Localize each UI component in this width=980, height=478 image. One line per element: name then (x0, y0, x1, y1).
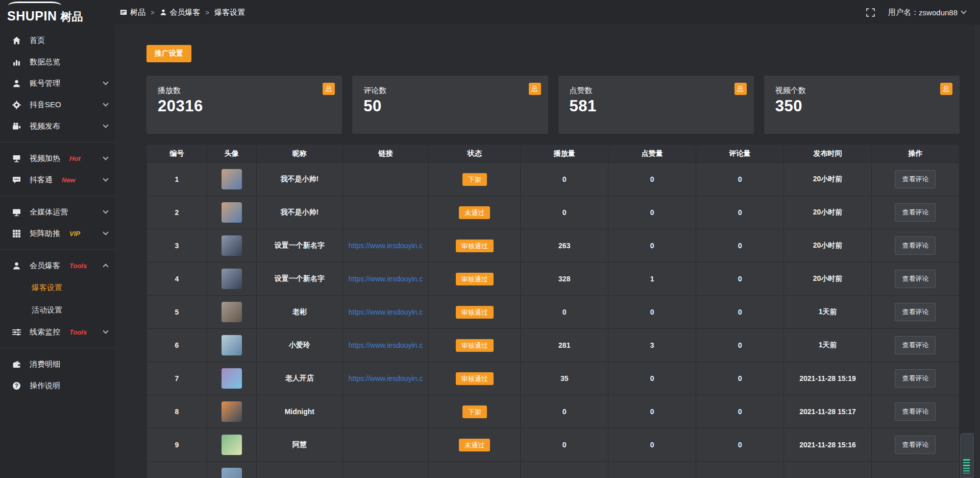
cell-likes: 0 (608, 163, 696, 196)
video-link[interactable]: https://www.iesdouyin.c (346, 242, 426, 250)
stat-card-videos: 视频个数 350 总 (764, 76, 960, 134)
cell-avatar (207, 262, 256, 296)
view-comments-button[interactable]: 查看评论 (895, 436, 936, 454)
scrollbar[interactable] (974, 25, 980, 478)
chevron-down-icon (103, 79, 108, 85)
video-link[interactable]: https://www.iesdouyin.c (346, 308, 426, 316)
view-comments-button[interactable]: 查看评论 (895, 270, 936, 288)
chevron-down-icon (103, 101, 108, 106)
cell-link: https://www.iesdouyin.c (342, 262, 429, 296)
cell-nickname: 阿慧 (256, 428, 342, 462)
widget-stripes-icon (963, 459, 970, 473)
stat-value: 581 (570, 97, 744, 115)
stat-value: 350 (775, 97, 949, 115)
sidebar-item-数据总览[interactable]: 数据总览 (0, 51, 115, 73)
cell-id: 5 (147, 296, 207, 329)
column-header: 状态 (429, 145, 521, 163)
sidebar-item-操作说明[interactable]: ?操作说明 (0, 375, 115, 396)
table-row: 4设置一个新名字https://www.iesdouyin.c审核通过32810… (147, 262, 960, 296)
cell-avatar (207, 329, 256, 362)
cell-status: 审核通过 (429, 329, 521, 362)
chevron-down-icon (103, 328, 108, 333)
view-comments-button[interactable]: 查看评论 (895, 303, 936, 321)
sidebar-item-消费明细[interactable]: 消费明细 (0, 353, 115, 375)
column-header: 发布时间 (784, 145, 872, 163)
breadcrumb-item[interactable]: 树品 (120, 8, 145, 17)
cell-nickname: 设置一个新名字 (256, 229, 342, 262)
floating-widget[interactable] (960, 433, 974, 478)
sidebar-item-全媒体运营[interactable]: 全媒体运营 (0, 201, 115, 223)
status-badge: 未通过 (459, 439, 490, 451)
sidebar-item-label: 矩阵助推 (30, 229, 60, 238)
svg-text:?: ? (15, 383, 18, 389)
video-icon (12, 122, 22, 131)
cell-nickname: 老人开店 (256, 362, 342, 395)
cell-id: 1 (147, 163, 207, 196)
video-link[interactable]: https://www.iesdouyin.c (346, 374, 426, 383)
sidebar-item-会员爆客[interactable]: 会员爆客Tools (0, 255, 115, 276)
sidebar-item-label: 消费明细 (30, 360, 60, 369)
cell-action: 查看评论 (871, 229, 959, 262)
monitor-icon (12, 208, 22, 217)
status-badge: 审核通过 (456, 273, 494, 285)
cell-id (147, 462, 207, 478)
sidebar-menu: 首页数据总览账号管理抖音SEO视频发布视频加热Hot抖客通New全媒体运营矩阵助… (0, 25, 115, 396)
sidebar-item-badge: Hot (69, 155, 81, 162)
sidebar-item-抖客通[interactable]: 抖客通New (0, 169, 115, 190)
dashboard-icon (120, 9, 127, 16)
chevron-down-icon (103, 154, 108, 160)
view-comments-button[interactable]: 查看评论 (895, 402, 936, 421)
divider (0, 196, 115, 196)
view-comments-button[interactable]: 查看评论 (895, 170, 936, 188)
cell-plays (521, 462, 608, 478)
view-comments-button[interactable]: 查看评论 (895, 203, 936, 222)
sidebar-subitem-爆客设置[interactable]: 爆客设置 (0, 276, 115, 299)
cell-action: 查看评论 (871, 362, 959, 395)
main-content: 推广设置 播放数 20316 总 评论数 50 总 点赞数 581 总 视频个数… (115, 25, 980, 478)
cell-comments: 0 (696, 395, 784, 428)
sidebar-item-线索监控[interactable]: 线索监控Tools (0, 321, 115, 343)
sidebar-item-矩阵助推[interactable]: 矩阵助推VIP (0, 223, 115, 244)
chevron-up-icon (103, 264, 108, 269)
column-header: 播放量 (521, 145, 608, 163)
username-label: 用户名： (888, 8, 919, 17)
cell-likes: 0 (608, 362, 696, 395)
data-table: 编号头像昵称链接状态播放量点赞量评论量发布时间操作 1我不是小帅!下架00020… (146, 144, 960, 478)
cell-id: 8 (147, 395, 207, 428)
cell-avatar (207, 462, 256, 478)
user-menu[interactable]: 用户名： zswodun88 (888, 8, 966, 17)
table-row: 3设置一个新名字https://www.iesdouyin.c审核通过26300… (147, 229, 960, 262)
fullscreen-icon[interactable] (866, 8, 875, 17)
promo-settings-button[interactable]: 推广设置 (146, 45, 191, 62)
total-badge: 总 (529, 83, 541, 95)
app-logo[interactable]: SHUPIN 树品 (0, 0, 115, 25)
cell-time: 2021-11-28 15:16 (784, 428, 872, 462)
sidebar-subitem-活动设置[interactable]: 活动设置 (0, 299, 115, 321)
view-comments-button[interactable]: 查看评论 (895, 336, 936, 354)
sidebar-item-账号管理[interactable]: 账号管理 (0, 73, 115, 94)
cell-action: 查看评论 (871, 428, 959, 462)
cell-nickname: 我不是小帅! (256, 196, 342, 229)
video-link[interactable]: https://www.iesdouyin.c (346, 341, 426, 349)
sidebar-item-首页[interactable]: 首页 (0, 30, 115, 51)
cell-comments: 0 (696, 262, 784, 296)
sidebar-item-抖音SEO[interactable]: 抖音SEO (0, 94, 115, 115)
avatar (222, 435, 242, 455)
table-row: 5老彬https://www.iesdouyin.c审核通过0001天前查看评论 (147, 296, 960, 329)
breadcrumb-label: 树品 (130, 8, 145, 17)
view-comments-button[interactable]: 查看评论 (895, 369, 936, 388)
cell-nickname: Midnight (256, 395, 342, 428)
cell-action (871, 462, 959, 478)
sidebar-item-视频加热[interactable]: 视频加热Hot (0, 148, 115, 169)
sidebar-item-badge: New (62, 176, 76, 184)
breadcrumb-item[interactable]: 爆客设置 (214, 8, 245, 17)
breadcrumb-item[interactable]: 会员爆客 (160, 8, 201, 17)
table-row: 1我不是小帅!下架00020小时前查看评论 (147, 163, 960, 196)
sidebar-item-badge: Tools (69, 328, 87, 336)
video-link[interactable]: https://www.iesdouyin.c (346, 275, 426, 283)
sidebar-item-视频发布[interactable]: 视频发布 (0, 115, 115, 137)
breadcrumb-label: 会员爆客 (170, 8, 201, 17)
stat-cards: 播放数 20316 总 评论数 50 总 点赞数 581 总 视频个数 350 … (146, 76, 960, 134)
view-comments-button[interactable]: 查看评论 (895, 236, 936, 255)
cell-avatar (207, 163, 256, 196)
